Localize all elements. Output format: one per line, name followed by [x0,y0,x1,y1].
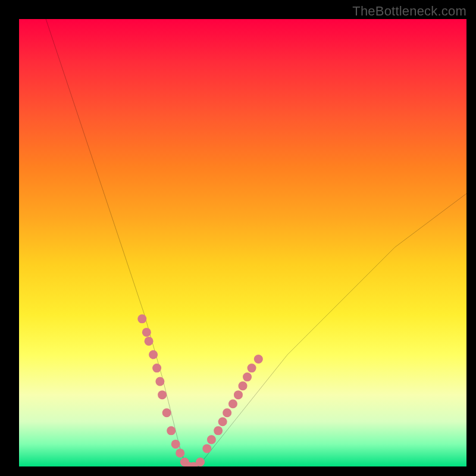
watermark-text: TheBottleneck.com [352,4,466,19]
plot-background [19,19,466,466]
figure-frame: TheBottleneck.com [0,0,476,476]
